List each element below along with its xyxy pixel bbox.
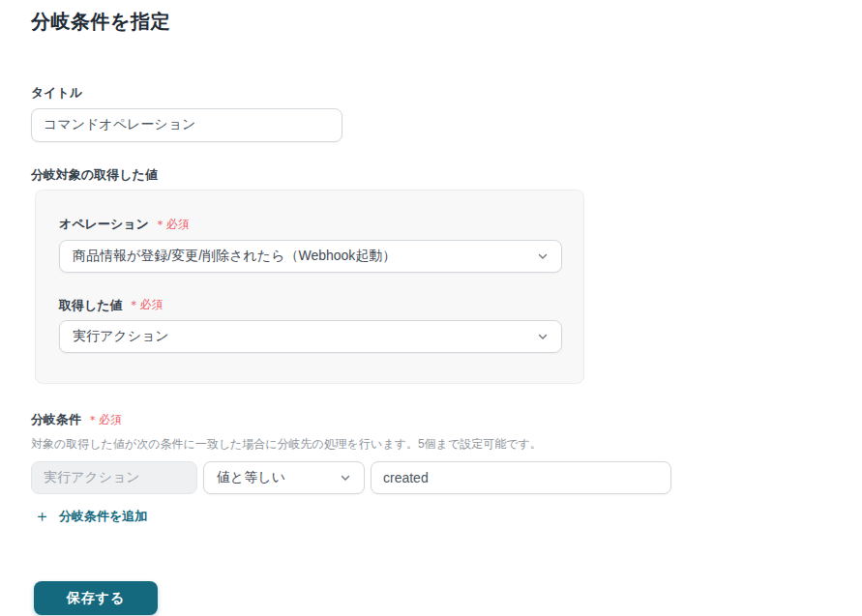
chevron-down-icon [537, 331, 549, 342]
acquired-value-select[interactable]: 実行アクション [59, 320, 562, 353]
chevron-down-icon [537, 250, 549, 262]
add-condition-button[interactable]: ＋ 分岐条件を追加 [34, 508, 147, 525]
title-field-label: タイトル [31, 85, 831, 101]
add-condition-label: 分岐条件を追加 [59, 508, 147, 525]
target-card: オペレーション ＊必須 商品情報が登録/変更/削除されたら（Webhook起動）… [35, 190, 584, 384]
condition-operator-select[interactable]: 値と等しい [203, 461, 365, 494]
condition-section: 分岐条件 ＊必須 対象の取得した値が次の条件に一致した場合に分岐先の処理を行いま… [31, 412, 831, 525]
operation-select-value: 商品情報が登録/変更/削除されたら（Webhook起動） [73, 248, 396, 265]
acquired-value-label: 取得した値 ＊必須 [59, 298, 560, 313]
condition-description: 対象の取得した値が次の条件に一致した場合に分岐先の処理を行います。5個まで設定可… [31, 435, 831, 453]
operation-label: オペレーション ＊必須 [59, 217, 560, 232]
operation-required-badge: ＊必須 [155, 218, 190, 231]
condition-row: 値と等しい [31, 461, 831, 494]
chevron-down-icon [340, 472, 351, 484]
operation-field-group: オペレーション ＊必須 商品情報が登録/変更/削除されたら（Webhook起動） [59, 217, 560, 273]
target-section: 分岐対象の取得した値 オペレーション ＊必須 商品情報が登録/変更/削除されたら… [31, 167, 831, 385]
condition-value-input[interactable] [371, 461, 671, 494]
condition-target-value-input [31, 461, 197, 494]
acquired-value-label-text: 取得した値 [59, 298, 123, 313]
plus-icon: ＋ [34, 508, 50, 524]
save-button[interactable]: 保存する [34, 581, 158, 615]
title-input[interactable] [31, 108, 342, 142]
acquired-value-required-badge: ＊必須 [129, 298, 163, 311]
condition-label-text: 分岐条件 [31, 412, 81, 427]
condition-section-label: 分岐条件 ＊必須 [31, 412, 831, 427]
acquired-value-select-value: 実行アクション [73, 328, 169, 345]
operation-select[interactable]: 商品情報が登録/変更/削除されたら（Webhook起動） [59, 240, 562, 273]
title-field-group: タイトル [31, 85, 831, 142]
branch-condition-page: 分岐条件を指定 タイトル 分岐対象の取得した値 オペレーション ＊必須 商品情報… [0, 0, 862, 615]
condition-required-badge: ＊必須 [87, 413, 122, 426]
acquired-value-field-group: 取得した値 ＊必須 実行アクション [59, 298, 560, 354]
condition-operator-select-value: 値と等しい [217, 469, 285, 486]
operation-label-text: オペレーション [59, 217, 149, 232]
target-section-label: 分岐対象の取得した値 [31, 167, 831, 183]
page-title: 分岐条件を指定 [31, 8, 831, 35]
